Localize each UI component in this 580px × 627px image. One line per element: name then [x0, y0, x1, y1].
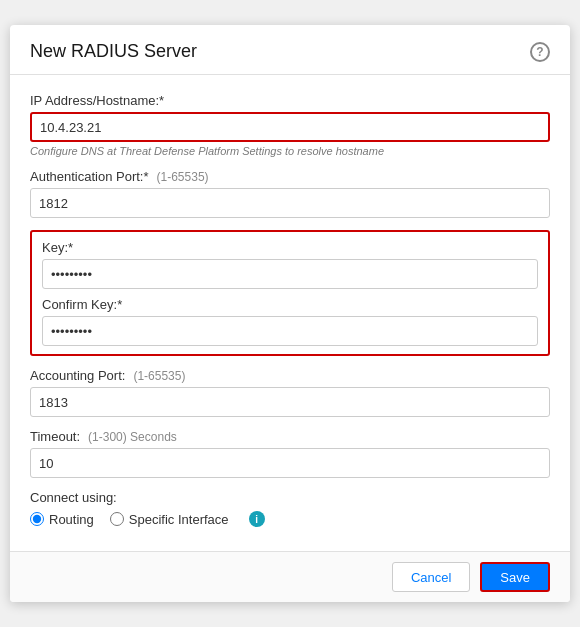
dialog-header: New RADIUS Server ?	[10, 25, 570, 75]
key-section: Key:* Confirm Key:*	[30, 230, 550, 356]
specific-interface-radio[interactable]	[110, 512, 124, 526]
key-group: Key:*	[42, 240, 538, 289]
auth-port-group: Authentication Port:* (1-65535)	[30, 169, 550, 218]
confirm-key-group: Confirm Key:*	[42, 297, 538, 346]
timeout-input[interactable]	[30, 448, 550, 478]
routing-radio-item[interactable]: Routing	[30, 512, 94, 527]
new-radius-server-dialog: New RADIUS Server ? IP Address/Hostname:…	[10, 25, 570, 602]
specific-interface-label: Specific Interface	[129, 512, 229, 527]
key-input[interactable]	[42, 259, 538, 289]
help-icon[interactable]: ?	[530, 42, 550, 62]
ip-address-group: IP Address/Hostname:* Configure DNS at T…	[30, 93, 550, 157]
connect-radio-group: Routing Specific Interface i	[30, 511, 550, 527]
routing-radio[interactable]	[30, 512, 44, 526]
ip-address-hint: Configure DNS at Threat Defense Platform…	[30, 145, 550, 157]
accounting-port-group: Accounting Port: (1-65535)	[30, 368, 550, 417]
timeout-group: Timeout: (1-300) Seconds	[30, 429, 550, 478]
key-label: Key:*	[42, 240, 538, 255]
ip-address-input[interactable]	[30, 112, 550, 142]
connect-using-group: Connect using: Routing Specific Interfac…	[30, 490, 550, 527]
ip-address-label: IP Address/Hostname:*	[30, 93, 550, 108]
routing-label: Routing	[49, 512, 94, 527]
auth-port-input[interactable]	[30, 188, 550, 218]
confirm-key-label: Confirm Key:*	[42, 297, 538, 312]
info-icon[interactable]: i	[249, 511, 265, 527]
accounting-port-label: Accounting Port: (1-65535)	[30, 368, 550, 383]
connect-using-label: Connect using:	[30, 490, 550, 505]
accounting-port-input[interactable]	[30, 387, 550, 417]
confirm-key-input[interactable]	[42, 316, 538, 346]
save-button[interactable]: Save	[480, 562, 550, 592]
specific-interface-radio-item[interactable]: Specific Interface	[110, 512, 229, 527]
timeout-label: Timeout: (1-300) Seconds	[30, 429, 550, 444]
cancel-button[interactable]: Cancel	[392, 562, 470, 592]
dialog-footer: Cancel Save	[10, 551, 570, 602]
auth-port-label: Authentication Port:* (1-65535)	[30, 169, 550, 184]
dialog-body: IP Address/Hostname:* Configure DNS at T…	[10, 75, 570, 551]
dialog-title: New RADIUS Server	[30, 41, 197, 62]
